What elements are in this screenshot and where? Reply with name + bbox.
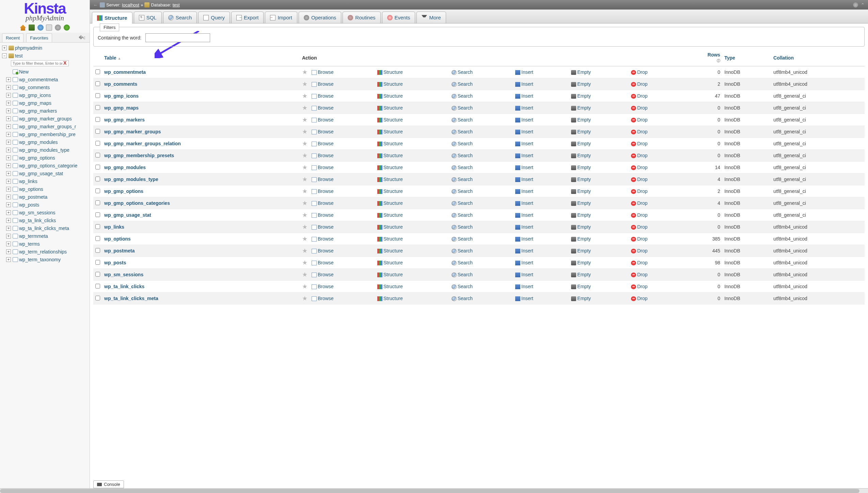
insert-link[interactable]: Insert [521,93,533,99]
drop-link[interactable]: Drop [637,117,647,122]
table-name-link[interactable]: wp_gmp_maps [104,105,139,111]
tree-table-item[interactable]: wp_postmeta [1,193,90,201]
browse-link[interactable]: Browse [318,81,334,87]
row-checkbox[interactable] [95,212,100,217]
row-checkbox[interactable] [95,177,100,181]
structure-link[interactable]: Structure [383,117,403,122]
table-name-link[interactable]: wp_gmp_marker_groups [104,129,161,134]
search-link[interactable]: Search [458,260,473,265]
database-link[interactable]: test [173,2,180,7]
tree-item[interactable]: test [1,52,90,60]
structure-link[interactable]: Structure [383,129,403,134]
table-name-link[interactable]: wp_postmeta [104,248,135,253]
browse-link[interactable]: Browse [318,236,334,242]
expand-icon[interactable] [6,242,11,246]
empty-link[interactable]: Empty [577,141,591,146]
structure-link[interactable]: Structure [383,69,403,75]
horizontal-scrollbar[interactable] [0,488,868,493]
drop-link[interactable]: Drop [637,296,647,301]
insert-link[interactable]: Insert [521,248,533,253]
search-link[interactable]: Search [458,117,473,122]
browse-link[interactable]: Browse [318,141,334,146]
table-name-link[interactable]: wp_gmp_usage_stat [104,212,151,218]
insert-link[interactable]: Insert [521,200,533,206]
expand-icon[interactable] [6,101,11,105]
favorite-star-icon[interactable]: ★ [300,233,310,245]
row-checkbox[interactable] [95,69,100,74]
empty-link[interactable]: Empty [577,296,591,301]
expand-icon[interactable] [6,171,11,176]
browse-link[interactable]: Browse [318,93,334,99]
expand-icon[interactable] [2,46,7,50]
table-name-link[interactable]: wp_options [104,236,131,242]
drop-link[interactable]: Drop [637,69,647,75]
tree-table-item[interactable]: wp_comments [1,83,90,91]
search-link[interactable]: Search [458,141,473,146]
empty-link[interactable]: Empty [577,69,591,75]
empty-link[interactable]: Empty [577,236,591,242]
tree-table-item[interactable]: wp_ta_link_clicks [1,216,90,224]
search-link[interactable]: Search [458,296,473,301]
empty-link[interactable]: Empty [577,260,591,265]
table-name-link[interactable]: wp_gmp_options_categories [104,200,170,206]
expand-icon[interactable] [6,249,11,254]
reload-icon[interactable] [64,24,70,31]
nav-back-icon[interactable]: ← [93,2,98,7]
tree-new-table[interactable]: New [1,68,90,76]
favorite-star-icon[interactable]: ★ [300,78,310,90]
favorite-star-icon[interactable]: ★ [300,245,310,257]
empty-link[interactable]: Empty [577,272,591,277]
insert-link[interactable]: Insert [521,153,533,158]
expand-icon[interactable] [6,116,11,121]
empty-link[interactable]: Empty [577,177,591,182]
filter-input[interactable] [145,33,210,42]
col-collation[interactable]: Collation [771,49,865,66]
drop-link[interactable]: Drop [637,153,647,158]
favorite-star-icon[interactable]: ★ [300,150,310,162]
expand-icon[interactable] [6,132,11,137]
browse-link[interactable]: Browse [318,260,334,265]
structure-link[interactable]: Structure [383,212,403,218]
structure-link[interactable]: Structure [383,188,403,194]
favorite-star-icon[interactable]: ★ [300,281,310,293]
expand-icon[interactable] [6,195,11,199]
search-link[interactable]: Search [458,236,473,242]
drop-link[interactable]: Drop [637,188,647,194]
browse-link[interactable]: Browse [318,248,334,253]
structure-link[interactable]: Structure [383,296,403,301]
tree-filter-input[interactable] [11,60,69,66]
insert-link[interactable]: Insert [521,296,533,301]
row-checkbox[interactable] [95,105,100,110]
structure-link[interactable]: Structure [383,81,403,87]
row-checkbox[interactable] [95,188,100,193]
tab-search[interactable]: Search [163,12,197,23]
browse-link[interactable]: Browse [318,200,334,206]
search-link[interactable]: Search [458,284,473,289]
favorite-star-icon[interactable]: ★ [300,114,310,126]
empty-link[interactable]: Empty [577,248,591,253]
row-checkbox[interactable] [95,248,100,253]
tree-table-item[interactable]: wp_term_taxonomy [1,256,90,263]
empty-link[interactable]: Empty [577,224,591,230]
tab-sql[interactable]: SQL [134,12,162,23]
clear-filter-icon[interactable]: X [63,60,66,66]
search-link[interactable]: Search [458,200,473,206]
col-rows[interactable]: Rowsⓘ [681,49,722,66]
tree-table-item[interactable]: wp_posts [1,201,90,209]
insert-link[interactable]: Insert [521,165,533,170]
expand-icon[interactable] [6,85,11,90]
drop-link[interactable]: Drop [637,165,647,170]
row-checkbox[interactable] [95,117,100,122]
search-link[interactable]: Search [458,105,473,111]
insert-link[interactable]: Insert [521,117,533,122]
expand-icon[interactable] [6,163,11,168]
search-link[interactable]: Search [458,81,473,87]
tree-table-item[interactable]: wp_ta_link_clicks_meta [1,224,90,232]
insert-link[interactable]: Insert [521,272,533,277]
search-link[interactable]: Search [458,93,473,99]
tree-table-item[interactable]: wp_gmp_markers [1,107,90,115]
row-checkbox[interactable] [95,129,100,134]
search-link[interactable]: Search [458,129,473,134]
row-checkbox[interactable] [95,200,100,205]
drop-link[interactable]: Drop [637,200,647,206]
